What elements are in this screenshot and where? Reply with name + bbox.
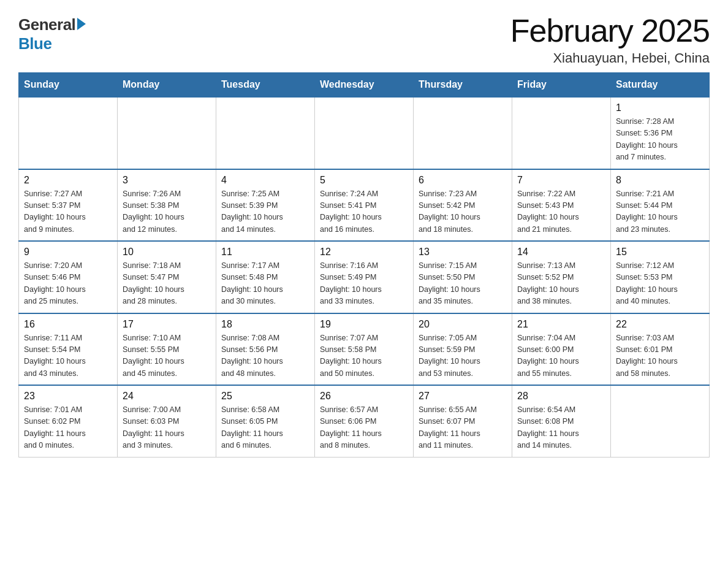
calendar-cell: 12Sunrise: 7:16 AMSunset: 5:49 PMDayligh… [315,241,414,313]
calendar-week-row: 16Sunrise: 7:11 AMSunset: 5:54 PMDayligh… [19,313,710,386]
calendar-cell: 10Sunrise: 7:18 AMSunset: 5:47 PMDayligh… [118,241,216,313]
weekday-header-sunday: Sunday [19,73,118,98]
logo-arrow-icon [77,18,86,30]
day-number: 1 [616,102,704,113]
day-number: 13 [419,247,507,258]
day-number: 11 [221,247,309,258]
day-info: Sunrise: 7:17 AMSunset: 5:48 PMDaylight:… [221,260,309,308]
day-info: Sunrise: 7:05 AMSunset: 5:59 PMDaylight:… [419,332,507,380]
day-number: 14 [517,247,605,258]
calendar-cell: 25Sunrise: 6:58 AMSunset: 6:05 PMDayligh… [216,385,315,457]
day-number: 15 [616,247,704,258]
logo-blue-text: Blue [18,34,51,53]
day-number: 4 [221,175,309,186]
day-number: 9 [24,247,112,258]
calendar-cell: 1Sunrise: 7:28 AMSunset: 5:36 PMDaylight… [611,97,710,169]
day-info: Sunrise: 7:24 AMSunset: 5:41 PMDaylight:… [320,188,408,236]
calendar-table: SundayMondayTuesdayWednesdayThursdayFrid… [18,72,710,458]
day-number: 21 [517,319,605,330]
calendar-cell: 4Sunrise: 7:25 AMSunset: 5:39 PMDaylight… [216,169,315,242]
day-info: Sunrise: 7:16 AMSunset: 5:49 PMDaylight:… [320,260,408,308]
calendar-cell [19,97,118,169]
page-header: General Blue February 2025 Xiahuayuan, H… [18,12,710,66]
weekday-header-tuesday: Tuesday [216,73,315,98]
title-block: February 2025 Xiahuayuan, Hebei, China [510,12,710,66]
day-info: Sunrise: 7:11 AMSunset: 5:54 PMDaylight:… [24,332,112,380]
day-info: Sunrise: 7:01 AMSunset: 6:02 PMDaylight:… [24,404,112,452]
day-info: Sunrise: 7:27 AMSunset: 5:37 PMDaylight:… [24,188,112,236]
day-number: 7 [517,175,605,186]
calendar-cell [118,97,216,169]
day-info: Sunrise: 7:18 AMSunset: 5:47 PMDaylight:… [123,260,211,308]
calendar-subtitle: Xiahuayuan, Hebei, China [510,50,710,66]
day-info: Sunrise: 7:20 AMSunset: 5:46 PMDaylight:… [24,260,112,308]
day-number: 10 [123,247,211,258]
calendar-cell [512,97,611,169]
day-number: 25 [221,391,309,402]
calendar-cell: 5Sunrise: 7:24 AMSunset: 5:41 PMDaylight… [315,169,414,242]
calendar-cell: 21Sunrise: 7:04 AMSunset: 6:00 PMDayligh… [512,313,611,386]
day-number: 12 [320,247,408,258]
day-number: 22 [616,319,704,330]
calendar-cell: 17Sunrise: 7:10 AMSunset: 5:55 PMDayligh… [118,313,216,386]
day-info: Sunrise: 7:12 AMSunset: 5:53 PMDaylight:… [616,260,704,308]
weekday-header-thursday: Thursday [414,73,512,98]
day-info: Sunrise: 7:03 AMSunset: 6:01 PMDaylight:… [616,332,704,380]
calendar-title: February 2025 [510,12,710,49]
calendar-cell: 3Sunrise: 7:26 AMSunset: 5:38 PMDaylight… [118,169,216,242]
logo: General Blue [18,12,86,53]
calendar-cell: 7Sunrise: 7:22 AMSunset: 5:43 PMDaylight… [512,169,611,242]
calendar-cell: 2Sunrise: 7:27 AMSunset: 5:37 PMDaylight… [19,169,118,242]
day-info: Sunrise: 7:25 AMSunset: 5:39 PMDaylight:… [221,188,309,236]
calendar-cell: 20Sunrise: 7:05 AMSunset: 5:59 PMDayligh… [414,313,512,386]
calendar-cell: 13Sunrise: 7:15 AMSunset: 5:50 PMDayligh… [414,241,512,313]
calendar-cell: 22Sunrise: 7:03 AMSunset: 6:01 PMDayligh… [611,313,710,386]
day-info: Sunrise: 7:23 AMSunset: 5:42 PMDaylight:… [419,188,507,236]
day-info: Sunrise: 7:28 AMSunset: 5:36 PMDaylight:… [616,116,704,164]
day-info: Sunrise: 7:13 AMSunset: 5:52 PMDaylight:… [517,260,605,308]
day-number: 17 [123,319,211,330]
calendar-week-row: 2Sunrise: 7:27 AMSunset: 5:37 PMDaylight… [19,169,710,242]
day-number: 23 [24,391,112,402]
calendar-cell: 28Sunrise: 6:54 AMSunset: 6:08 PMDayligh… [512,385,611,457]
calendar-week-row: 1Sunrise: 7:28 AMSunset: 5:36 PMDaylight… [19,97,710,169]
day-number: 28 [517,391,605,402]
weekday-header-saturday: Saturday [611,73,710,98]
day-number: 3 [123,175,211,186]
day-info: Sunrise: 6:55 AMSunset: 6:07 PMDaylight:… [419,404,507,452]
day-number: 26 [320,391,408,402]
weekday-header-row: SundayMondayTuesdayWednesdayThursdayFrid… [19,73,710,98]
calendar-cell: 19Sunrise: 7:07 AMSunset: 5:58 PMDayligh… [315,313,414,386]
day-info: Sunrise: 7:15 AMSunset: 5:50 PMDaylight:… [419,260,507,308]
weekday-header-friday: Friday [512,73,611,98]
calendar-week-row: 9Sunrise: 7:20 AMSunset: 5:46 PMDaylight… [19,241,710,313]
calendar-cell: 8Sunrise: 7:21 AMSunset: 5:44 PMDaylight… [611,169,710,242]
calendar-cell [216,97,315,169]
calendar-cell: 24Sunrise: 7:00 AMSunset: 6:03 PMDayligh… [118,385,216,457]
day-info: Sunrise: 7:00 AMSunset: 6:03 PMDaylight:… [123,404,211,452]
day-number: 2 [24,175,112,186]
day-number: 27 [419,391,507,402]
day-info: Sunrise: 6:57 AMSunset: 6:06 PMDaylight:… [320,404,408,452]
day-info: Sunrise: 7:08 AMSunset: 5:56 PMDaylight:… [221,332,309,380]
day-number: 5 [320,175,408,186]
day-number: 20 [419,319,507,330]
day-number: 16 [24,319,112,330]
day-info: Sunrise: 6:54 AMSunset: 6:08 PMDaylight:… [517,404,605,452]
calendar-cell: 14Sunrise: 7:13 AMSunset: 5:52 PMDayligh… [512,241,611,313]
calendar-cell: 27Sunrise: 6:55 AMSunset: 6:07 PMDayligh… [414,385,512,457]
calendar-cell: 23Sunrise: 7:01 AMSunset: 6:02 PMDayligh… [19,385,118,457]
calendar-cell: 11Sunrise: 7:17 AMSunset: 5:48 PMDayligh… [216,241,315,313]
day-number: 24 [123,391,211,402]
day-number: 19 [320,319,408,330]
day-info: Sunrise: 7:21 AMSunset: 5:44 PMDaylight:… [616,188,704,236]
calendar-week-row: 23Sunrise: 7:01 AMSunset: 6:02 PMDayligh… [19,385,710,457]
day-info: Sunrise: 7:10 AMSunset: 5:55 PMDaylight:… [123,332,211,380]
calendar-cell: 15Sunrise: 7:12 AMSunset: 5:53 PMDayligh… [611,241,710,313]
calendar-cell: 9Sunrise: 7:20 AMSunset: 5:46 PMDaylight… [19,241,118,313]
calendar-cell: 18Sunrise: 7:08 AMSunset: 5:56 PMDayligh… [216,313,315,386]
day-number: 6 [419,175,507,186]
calendar-cell [611,385,710,457]
calendar-cell [414,97,512,169]
calendar-cell: 26Sunrise: 6:57 AMSunset: 6:06 PMDayligh… [315,385,414,457]
